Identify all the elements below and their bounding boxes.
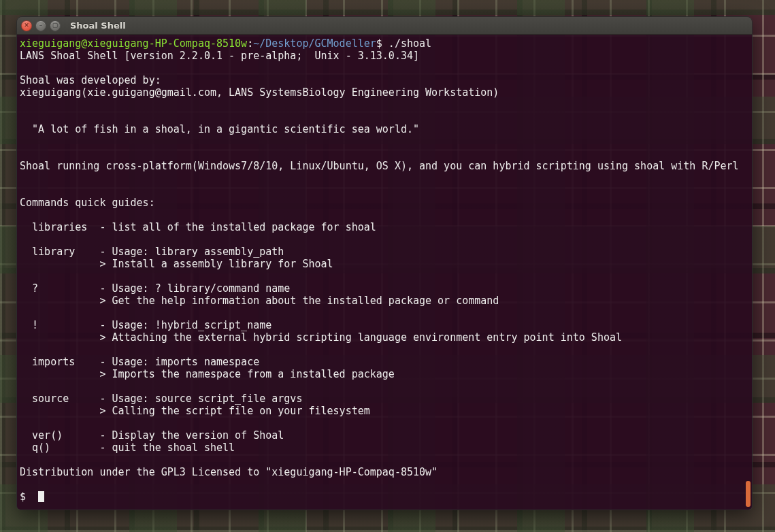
entered-command: ./shoal — [389, 37, 431, 50]
text-cursor — [38, 491, 44, 502]
motto-quote: "A lot of fish in a shoal, in a gigantic… — [20, 123, 419, 135]
guide-bang-desc: > Attaching the external hybrid scriptin… — [20, 331, 622, 344]
shell-prompt: $ — [20, 491, 38, 503]
window-title: Shoal Shell — [70, 20, 126, 31]
guide-bang-usage: ! - Usage: !hybrid_script_name — [20, 319, 271, 331]
dev-header: Shoal was developed by: — [20, 74, 161, 86]
window-controls: ✕ – ▢ — [21, 20, 61, 31]
guide-version: ver() - Display the version of Shoal — [20, 429, 284, 442]
guide-library-desc: > Install a assembly library for Shoal — [20, 258, 333, 270]
scrollbar-thumb[interactable] — [746, 481, 751, 507]
distribution-line: Distribution under the GPL3 Licensed to … — [20, 466, 438, 478]
banner-version: LANS Shoal Shell [version 2.2.0.1 - pre-… — [20, 50, 419, 62]
close-button[interactable]: ✕ — [21, 20, 32, 31]
guide-imports-desc: > Imports the namespace from a installed… — [20, 368, 395, 380]
guide-quit: q() - quit the shoal shell — [20, 442, 235, 454]
prompt-path: ~/Desktop/GCModeller — [253, 37, 376, 50]
guide-help-desc: > Get the help information about the ins… — [20, 295, 499, 307]
maximize-button[interactable]: ▢ — [50, 20, 61, 31]
guide-library-usage: library - Usage: library assembly_path — [20, 246, 284, 258]
terminal-area[interactable]: xieguigang@xieguigang-HP-Compaq-8510w:~/… — [17, 35, 752, 510]
dev-credit: xieguigang(xie.guigang@gmail.com, LANS S… — [20, 86, 499, 99]
prompt-symbol: $ — [376, 37, 389, 50]
prompt-userhost: xieguigang@xieguigang-HP-Compaq-8510w — [20, 37, 247, 50]
guide-source-desc: > Calling the script file on your filesy… — [20, 405, 370, 417]
guide-imports-usage: imports - Usage: imports namespace — [20, 356, 259, 368]
guide-libraries: libraries - list all of the installed pa… — [20, 221, 376, 233]
guides-header: Commands quick guides: — [20, 197, 155, 209]
window-titlebar[interactable]: ✕ – ▢ Shoal Shell — [17, 17, 752, 35]
cross-platform-line: Shoal running cross-platform(Windows7/8/… — [20, 160, 739, 172]
guide-source-usage: source - Usage: source script_file argvs — [20, 393, 302, 405]
guide-help-usage: ? - Usage: ? library/command name — [20, 282, 290, 295]
terminal-window: ✕ – ▢ Shoal Shell xieguigang@xieguigang-… — [16, 16, 753, 510]
prompt-sep: : — [247, 37, 253, 50]
minimize-button[interactable]: – — [35, 20, 46, 31]
